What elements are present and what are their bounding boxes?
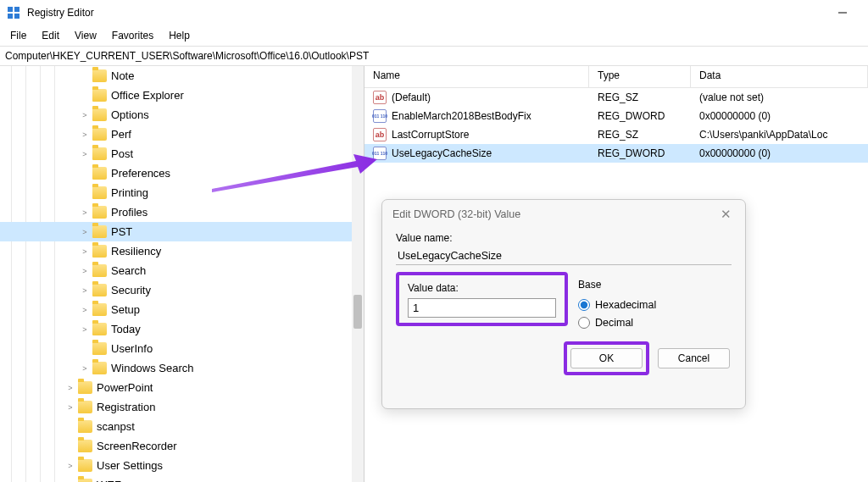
dialog-titlebar[interactable]: Edit DWORD (32-bit) Value ✕	[382, 200, 745, 229]
tree-scrollbar[interactable]	[352, 66, 364, 482]
string-value-icon: ab	[373, 91, 387, 104]
expand-toggle[interactable]: >	[79, 285, 91, 296]
tree-label: Note	[111, 69, 134, 82]
value-row[interactable]: ab(Default)REG_SZ(value not set)	[364, 88, 868, 107]
base-label: Base	[578, 279, 732, 291]
expand-toggle[interactable]: >	[79, 363, 91, 374]
value-name-input[interactable]	[396, 247, 732, 265]
tree-node-registration[interactable]: >Registration	[0, 397, 364, 417]
radio-hex-input[interactable]	[578, 299, 590, 311]
tree-node-search[interactable]: >Search	[0, 261, 364, 280]
expand-toggle[interactable]: >	[79, 148, 91, 160]
column-header-type[interactable]: Type	[589, 66, 691, 87]
value-name-label: Value name:	[396, 232, 732, 244]
dword-value-icon: 011 110	[373, 147, 387, 160]
dialog-title: Edit DWORD (32-bit) Value	[392, 208, 717, 220]
menu-favorites[interactable]: Favorites	[105, 27, 160, 44]
radio-dec-input[interactable]	[578, 317, 590, 329]
value-type-cell: REG_SZ	[589, 129, 691, 141]
value-data-input[interactable]	[408, 298, 556, 318]
expand-toggle[interactable]: >	[79, 109, 91, 121]
expand-toggle[interactable]: >	[79, 226, 91, 238]
address-path-input[interactable]	[5, 50, 863, 62]
value-data-highlight: Value data:	[396, 272, 568, 326]
folder-icon	[92, 186, 107, 199]
expand-toggle[interactable]: >	[79, 265, 91, 277]
tree-node-note[interactable]: >Note	[0, 66, 364, 86]
tree-label: Search	[111, 264, 146, 277]
tree-node-scanpst[interactable]: >scanpst	[0, 417, 364, 436]
radio-decimal[interactable]: Decimal	[578, 317, 732, 329]
tree-node-user-settings[interactable]: >User Settings	[0, 456, 364, 475]
tree-node-perf[interactable]: >Perf	[0, 125, 364, 144]
tree-node-options[interactable]: >Options	[0, 105, 364, 125]
tree-label: ScreenRecorder	[97, 440, 177, 452]
svg-rect-1	[14, 7, 19, 12]
expand-toggle[interactable]: >	[79, 207, 91, 219]
dialog-close-button[interactable]: ✕	[717, 203, 735, 225]
value-row[interactable]: 011 110UseLegacyCacheSizeREG_DWORD0x0000…	[364, 144, 868, 163]
minimize-button[interactable]	[823, 0, 861, 25]
value-data-cell: 0x00000000 (0)	[691, 147, 868, 159]
folder-icon	[92, 108, 107, 121]
folder-icon	[92, 225, 107, 238]
ok-button[interactable]: OK	[570, 348, 643, 368]
svg-rect-2	[8, 14, 13, 19]
folder-icon	[92, 147, 107, 160]
menu-edit[interactable]: Edit	[35, 27, 66, 44]
tree-node-pst[interactable]: >PST	[0, 222, 364, 241]
radio-hexadecimal[interactable]: Hexadecimal	[578, 299, 732, 311]
tree-node-today[interactable]: >Today	[0, 319, 364, 339]
tree-node-resiliency[interactable]: >Resiliency	[0, 241, 364, 261]
tree-node-setup[interactable]: >Setup	[0, 300, 364, 319]
column-header-name[interactable]: Name	[364, 66, 589, 87]
menu-view[interactable]: View	[68, 27, 103, 44]
cancel-button[interactable]: Cancel	[658, 348, 730, 368]
menu-help[interactable]: Help	[162, 27, 197, 44]
value-row[interactable]: abLastCorruptStoreREG_SZC:\Users\panki\A…	[364, 125, 868, 144]
svg-rect-3	[14, 14, 19, 19]
tree-label: Perf	[111, 128, 131, 141]
tree-label: User Settings	[97, 459, 163, 472]
tree-label: Printing	[111, 186, 148, 199]
folder-icon	[78, 459, 92, 472]
expand-toggle[interactable]: >	[64, 402, 76, 413]
column-header-data[interactable]: Data	[691, 66, 868, 87]
tree-node-post[interactable]: >Post	[0, 144, 364, 163]
tree-node-office-explorer[interactable]: >Office Explorer	[0, 86, 364, 105]
tree-node-profiles[interactable]: >Profiles	[0, 202, 364, 222]
expand-toggle[interactable]: >	[79, 324, 91, 335]
expand-toggle[interactable]: >	[79, 246, 91, 258]
tree-label: Profiles	[111, 206, 147, 219]
folder-icon	[92, 342, 107, 355]
tree-node-windows-search[interactable]: >Windows Search	[0, 358, 364, 378]
folder-icon	[78, 440, 92, 452]
string-value-icon: ab	[373, 128, 387, 141]
folder-icon	[92, 167, 107, 180]
tree-node-screenrecorder[interactable]: >ScreenRecorder	[0, 436, 364, 456]
tree-node-powerpoint[interactable]: >PowerPoint	[0, 378, 364, 397]
scrollbar-thumb[interactable]	[353, 295, 362, 329]
address-bar[interactable]	[0, 46, 868, 66]
tree-node-preferences[interactable]: >Preferences	[0, 163, 364, 183]
tree-node-wef[interactable]: >WEF	[0, 475, 364, 482]
value-data-label: Value data:	[408, 282, 556, 294]
value-row[interactable]: 011 110EnableMarch2018BestBodyFixREG_DWO…	[364, 107, 868, 125]
tree-node-printing[interactable]: >Printing	[0, 183, 364, 202]
value-name-cell: ab(Default)	[364, 91, 589, 104]
tree-panel: >Note>Office Explorer>Options>Perf>Post>…	[0, 66, 364, 482]
expand-toggle[interactable]: >	[64, 460, 76, 472]
menu-file[interactable]: File	[3, 27, 33, 44]
tree-label: Options	[111, 108, 149, 121]
tree-label: Resiliency	[111, 245, 161, 258]
expand-toggle[interactable]: >	[64, 382, 76, 394]
expand-toggle[interactable]: >	[79, 304, 91, 316]
folder-icon	[92, 303, 107, 316]
tree-node-userinfo[interactable]: >UserInfo	[0, 339, 364, 358]
ok-button-highlight: OK	[564, 341, 649, 375]
value-name-cell: abLastCorruptStore	[364, 128, 589, 141]
expand-toggle[interactable]: >	[79, 129, 91, 141]
value-data-cell: C:\Users\panki\AppData\Loc	[691, 129, 868, 141]
value-data-cell: (value not set)	[691, 91, 868, 103]
tree-node-security[interactable]: >Security	[0, 280, 364, 300]
